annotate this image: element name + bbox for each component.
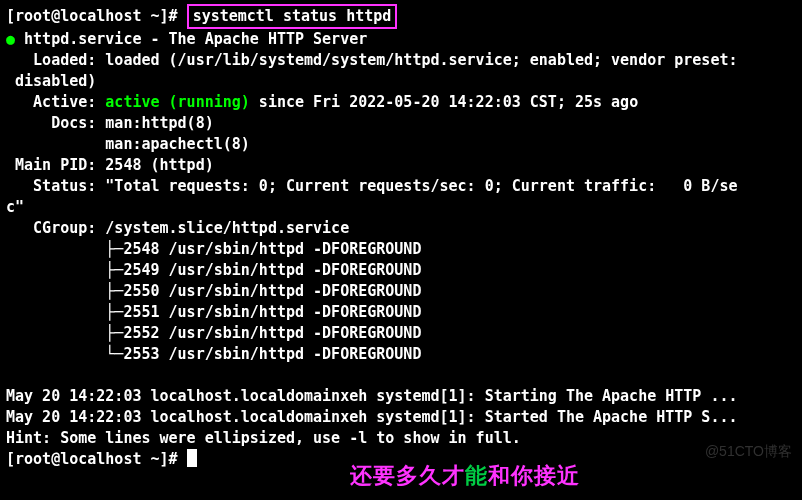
journal-log: May 20 14:22:03 localhost.localdomainxeh… — [6, 386, 796, 449]
overlay-part-green: 能 — [465, 463, 488, 488]
prompt-line: [root@localhost ~]# systemctl status htt… — [6, 4, 796, 29]
main-pid-line: Main PID: 2548 (httpd) — [6, 155, 796, 176]
service-header-line: ● httpd.service - The Apache HTTP Server — [6, 29, 796, 50]
process-line: └─2553 /usr/sbin/httpd -DFOREGROUND — [6, 344, 796, 365]
log-line: May 20 14:22:03 localhost.localdomainxeh… — [6, 407, 796, 428]
process-line: ├─2552 /usr/sbin/httpd -DFOREGROUND — [6, 323, 796, 344]
shell-prompt-2: [root@localhost ~]# — [6, 450, 187, 468]
cursor-icon — [187, 449, 197, 467]
command-highlight: systemctl status httpd — [187, 4, 398, 29]
shell-prompt: [root@localhost ~]# — [6, 7, 187, 25]
status-dot-icon: ● — [6, 30, 15, 48]
watermark-text: @51CTO博客 — [705, 441, 792, 462]
docs-line-1: Docs: man:httpd(8) — [6, 113, 796, 134]
loaded-line-2: disabled) — [6, 71, 796, 92]
log-line: Hint: Some lines were ellipsized, use -l… — [6, 428, 796, 449]
process-tree: ├─2548 /usr/sbin/httpd -DFOREGROUND ├─25… — [6, 239, 796, 365]
status-line-2: c" — [6, 197, 796, 218]
loaded-line-1: Loaded: loaded (/usr/lib/systemd/system/… — [6, 50, 796, 71]
overlay-part1: 还要多久才 — [350, 463, 465, 488]
process-line: ├─2551 /usr/sbin/httpd -DFOREGROUND — [6, 302, 796, 323]
service-header: httpd.service - The Apache HTTP Server — [15, 30, 367, 48]
cgroup-line: CGroup: /system.slice/httpd.service — [6, 218, 796, 239]
blank-line — [6, 365, 796, 386]
process-line: ├─2550 /usr/sbin/httpd -DFOREGROUND — [6, 281, 796, 302]
process-line: ├─2549 /usr/sbin/httpd -DFOREGROUND — [6, 260, 796, 281]
command-text: systemctl status httpd — [193, 7, 392, 25]
log-line: May 20 14:22:03 localhost.localdomainxeh… — [6, 386, 796, 407]
active-line: Active: active (running) since Fri 2022-… — [6, 92, 796, 113]
overlay-caption: 还要多久才能和你接近 — [350, 465, 580, 486]
docs-line-2: man:apachectl(8) — [6, 134, 796, 155]
active-label: Active: — [6, 93, 105, 111]
active-since: since Fri 2022-05-20 14:22:03 CST; 25s a… — [250, 93, 638, 111]
terminal-window[interactable]: [root@localhost ~]# systemctl status htt… — [0, 0, 802, 500]
status-line-1: Status: "Total requests: 0; Current requ… — [6, 176, 796, 197]
active-value: active (running) — [105, 93, 250, 111]
overlay-part2: 和你接近 — [488, 463, 580, 488]
process-line: ├─2548 /usr/sbin/httpd -DFOREGROUND — [6, 239, 796, 260]
